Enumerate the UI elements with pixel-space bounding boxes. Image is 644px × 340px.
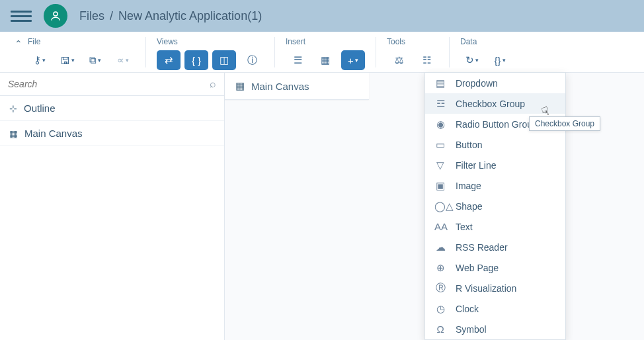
toolbar-group-insert-label: Insert: [286, 37, 365, 46]
menu-item-icon: ◷: [434, 303, 446, 315]
insert-menu-item[interactable]: ⊕Web Page: [425, 257, 565, 278]
outline-icon: ⊹: [9, 103, 17, 114]
insert-menu-item[interactable]: ⓇR Visualization: [425, 278, 565, 298]
toolbar: ⌃ File ⚷▾ 🖫▾ ⧉▾ ∝▾ Views ⇄ { } ◫ ⓘ Inser…: [0, 32, 644, 73]
toolbar-group-data: Data ↻▾ {}▾: [460, 37, 512, 70]
scale-icon[interactable]: ⚖: [387, 50, 411, 70]
toolbar-group-file-label: File: [28, 37, 135, 46]
tree-view-icon[interactable]: ⇄: [157, 50, 181, 70]
insert-menu-item[interactable]: ▭Button: [425, 134, 565, 155]
menu-item-label: Shape: [456, 201, 482, 212]
search-icon[interactable]: ⌕: [210, 78, 216, 90]
toolbar-group-views-label: Views: [157, 37, 264, 46]
canvas-tab[interactable]: ▦ Main Canvas: [225, 73, 369, 100]
insert-menu-item[interactable]: ▽Filter Line: [425, 155, 565, 175]
menu-item-label: Text: [456, 222, 473, 232]
menu-item-label: Web Page: [456, 263, 499, 273]
tree-item-main-canvas[interactable]: ▦ Main Canvas: [0, 121, 224, 146]
person-icon: [50, 10, 61, 22]
canvas-icon: ▦: [235, 80, 245, 92]
menu-item-label: Filter Line: [456, 160, 496, 171]
add-component-button[interactable]: +▾: [341, 50, 365, 70]
insert-menu-item[interactable]: ▤Dropdown: [425, 73, 565, 93]
menu-item-label: Symbol: [456, 324, 487, 335]
search-row: ⌕: [0, 73, 224, 96]
tree-item-outline[interactable]: ⊹ Outline: [0, 96, 224, 121]
menu-item-icon: ⊕: [434, 262, 446, 274]
menu-item-label: R Visualization: [456, 283, 516, 294]
top-bar: Files / New Analytic Application(1): [0, 0, 644, 32]
canvas-tab-label: Main Canvas: [251, 81, 309, 92]
left-panel: ⌕ ⊹ Outline ▦ Main Canvas: [0, 73, 225, 340]
copy-icon[interactable]: ⧉▾: [83, 50, 107, 70]
braces-icon[interactable]: {}▾: [488, 50, 512, 70]
insert-menu-item[interactable]: ▣Image: [425, 175, 565, 196]
breadcrumb: Files / New Analytic Application(1): [79, 9, 262, 23]
code-view-icon[interactable]: { }: [184, 50, 208, 70]
settings-icon[interactable]: ☷: [415, 50, 438, 70]
menu-item-icon: AA: [434, 221, 446, 232]
search-input[interactable]: [8, 79, 206, 89]
menu-item-icon: Ω: [434, 323, 446, 335]
toolbar-group-tools-label: Tools: [387, 37, 438, 46]
refresh-icon[interactable]: ↻▾: [460, 50, 484, 70]
toolbar-group-tools: Tools ⚖ ☷: [387, 37, 438, 70]
canvas-icon: ▦: [9, 128, 18, 139]
save-icon[interactable]: 🖫▾: [56, 50, 79, 70]
insert-menu-item[interactable]: ☁RSS Reader: [425, 237, 565, 257]
table-icon[interactable]: ▦: [313, 50, 337, 70]
svg-point-0: [54, 12, 58, 16]
toolbar-group-views: Views ⇄ { } ◫ ⓘ: [157, 37, 264, 70]
menu-icon[interactable]: [11, 5, 32, 26]
menu-item-icon: ▽: [434, 159, 446, 171]
menu-item-label: Button: [456, 140, 482, 150]
collapse-toolbar-button[interactable]: ⌃: [9, 37, 28, 49]
menu-item-label: Image: [456, 181, 481, 191]
menu-item-icon: ◉: [434, 118, 446, 130]
menu-item-icon: ▣: [434, 180, 446, 192]
toolbar-group-insert: Insert ☰ ▦ +▾: [286, 37, 365, 70]
breadcrumb-root[interactable]: Files: [79, 9, 104, 23]
tree-item-label: Main Canvas: [24, 128, 83, 139]
menu-item-label: Dropdown: [456, 78, 498, 89]
toolbar-group-file: File ⚷▾ 🖫▾ ⧉▾ ∝▾: [28, 37, 135, 70]
menu-item-label: Radio Button Group: [456, 119, 538, 130]
menu-item-icon: ☲: [434, 98, 446, 110]
menu-item-icon: Ⓡ: [434, 282, 446, 294]
menu-item-label: Clock: [456, 304, 479, 314]
info-icon[interactable]: ⓘ: [240, 50, 264, 70]
breadcrumb-current: New Analytic Application(1): [118, 9, 262, 23]
menu-item-label: RSS Reader: [456, 242, 508, 253]
insert-menu-item[interactable]: ΩSymbol: [425, 319, 565, 339]
menu-item-label: Checkbox Group: [456, 99, 525, 109]
menu-item-icon: ☁: [434, 241, 446, 253]
tooltip: Checkbox Group: [529, 116, 600, 131]
share-icon[interactable]: ∝▾: [111, 50, 135, 70]
avatar[interactable]: [44, 4, 67, 28]
insert-menu-item[interactable]: AAText: [425, 216, 565, 237]
breadcrumb-separator: /: [110, 9, 113, 23]
toolbar-group-data-label: Data: [460, 37, 512, 46]
tree-item-label: Outline: [24, 103, 56, 114]
key-icon[interactable]: ⚷▾: [28, 50, 52, 70]
layout-view-icon[interactable]: ◫: [212, 50, 236, 70]
insert-menu-item[interactable]: ◷Clock: [425, 298, 565, 319]
menu-item-icon: ▭: [434, 139, 446, 151]
chart-icon[interactable]: ☰: [286, 50, 309, 70]
menu-item-icon: ◯△: [434, 200, 446, 212]
insert-menu-item[interactable]: ◯△Shape: [425, 196, 565, 216]
menu-item-icon: ▤: [434, 77, 446, 89]
